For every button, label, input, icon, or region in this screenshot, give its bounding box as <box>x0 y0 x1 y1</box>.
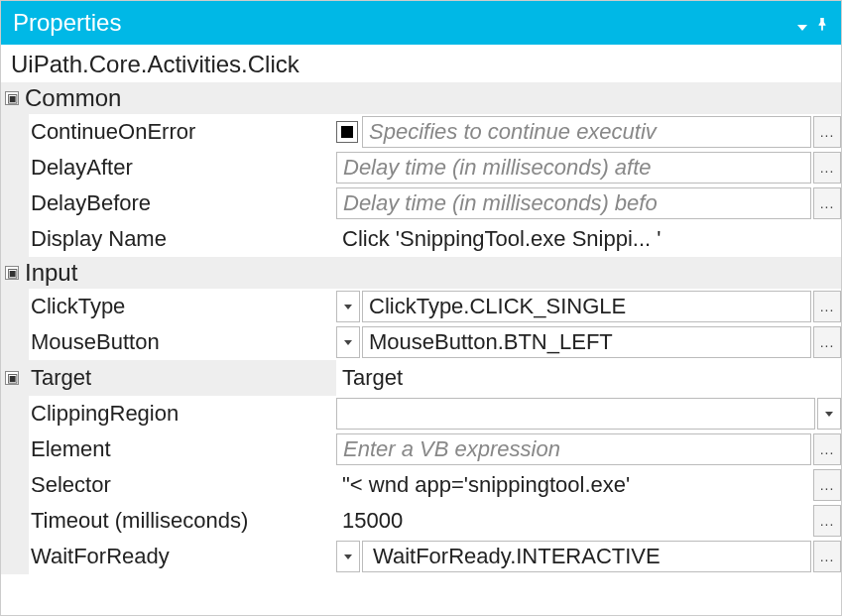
category-input[interactable]: ▣ Input <box>1 257 841 289</box>
row-delay-before: DelayBefore Delay time (in milliseconds)… <box>1 185 841 221</box>
selector-value[interactable]: "< wnd app='snippingtool.exe' <box>336 470 811 500</box>
label-target: Target <box>29 360 336 396</box>
category-common[interactable]: ▣ Common <box>1 82 841 114</box>
label-clipping-region: ClippingRegion <box>29 396 336 431</box>
dropdown-button[interactable] <box>336 291 360 322</box>
continue-on-error-input[interactable]: Specifies to continue executiv <box>362 116 811 148</box>
element-input[interactable]: Enter a VB expression <box>336 433 811 465</box>
display-name-value[interactable]: Click 'SnippingTool.exe Snippi... ' <box>336 224 841 254</box>
ellipsis-button[interactable]: ... <box>813 541 841 572</box>
ellipsis-button[interactable]: ... <box>813 116 841 148</box>
delay-before-input[interactable]: Delay time (in milliseconds) befo <box>336 187 811 219</box>
ellipsis-button[interactable]: ... <box>813 505 841 537</box>
row-mouse-button: MouseButton MouseButton.BTN_LEFT ... <box>1 324 841 360</box>
properties-titlebar: Properties <box>1 1 841 45</box>
label-selector: Selector <box>29 467 336 503</box>
row-continue-on-error: ContinueOnError Specifies to continue ex… <box>1 114 841 150</box>
click-type-value[interactable]: ClickType.CLICK_SINGLE <box>362 291 811 322</box>
category-label: Common <box>25 84 121 112</box>
label-delay-after: DelayAfter <box>29 150 336 185</box>
dropdown-button[interactable] <box>817 398 841 430</box>
label-continue-on-error: ContinueOnError <box>29 114 336 150</box>
collapse-icon[interactable]: ▣ <box>5 371 19 385</box>
activity-type-name: UiPath.Core.Activities.Click <box>1 45 841 82</box>
category-label: Input <box>25 259 77 287</box>
ellipsis-button[interactable]: ... <box>813 326 841 358</box>
row-target: ▣ Target Target <box>1 360 841 396</box>
target-value[interactable]: Target <box>336 363 841 393</box>
pin-icon[interactable] <box>815 9 829 37</box>
row-delay-after: DelayAfter Delay time (in milliseconds) … <box>1 150 841 185</box>
delay-after-input[interactable]: Delay time (in milliseconds) afte <box>336 152 811 184</box>
label-element: Element <box>29 431 336 467</box>
row-clipping-region: ClippingRegion <box>1 396 841 431</box>
collapse-icon[interactable]: ▣ <box>5 91 19 105</box>
clipping-region-input[interactable] <box>336 398 815 430</box>
panel-title: Properties <box>13 9 797 37</box>
continue-on-error-checkbox[interactable] <box>336 121 358 143</box>
row-selector: Selector "< wnd app='snippingtool.exe' .… <box>1 467 841 503</box>
ellipsis-button[interactable]: ... <box>813 469 841 501</box>
row-element: Element Enter a VB expression ... <box>1 431 841 467</box>
dropdown-button[interactable] <box>336 326 360 358</box>
ellipsis-button[interactable]: ... <box>813 187 841 219</box>
timeout-value[interactable]: 15000 <box>336 506 811 536</box>
row-timeout: Timeout (milliseconds) 15000 ... <box>1 503 841 539</box>
collapse-icon[interactable]: ▣ <box>5 266 19 280</box>
dropdown-button[interactable] <box>336 541 360 572</box>
row-click-type: ClickType ClickType.CLICK_SINGLE ... <box>1 289 841 324</box>
ellipsis-button[interactable]: ... <box>813 433 841 465</box>
label-click-type: ClickType <box>29 289 336 324</box>
mouse-button-value[interactable]: MouseButton.BTN_LEFT <box>362 326 811 358</box>
label-delay-before: DelayBefore <box>29 185 336 221</box>
label-timeout: Timeout (milliseconds) <box>29 503 336 539</box>
ellipsis-button[interactable]: ... <box>813 152 841 184</box>
row-wait-for-ready: WaitForReady WaitForReady.INTERACTIVE ..… <box>1 539 841 574</box>
wait-for-ready-value[interactable]: WaitForReady.INTERACTIVE <box>362 541 811 572</box>
label-display-name: Display Name <box>29 221 336 257</box>
row-display-name: Display Name Click 'SnippingTool.exe Sni… <box>1 221 841 257</box>
ellipsis-button[interactable]: ... <box>813 291 841 322</box>
panel-dropdown-icon[interactable] <box>797 9 807 37</box>
label-mouse-button: MouseButton <box>29 324 336 360</box>
label-wait-for-ready: WaitForReady <box>29 539 336 574</box>
